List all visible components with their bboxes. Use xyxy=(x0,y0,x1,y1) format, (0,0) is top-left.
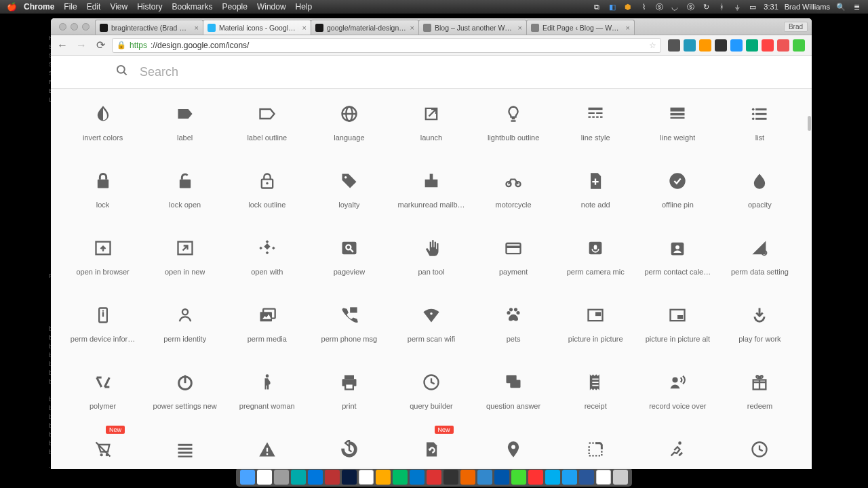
icon-item[interactable]: open in browser xyxy=(62,223,144,290)
screenrec-icon[interactable]: ⧉ xyxy=(592,2,601,12)
icon-item[interactable]: language xyxy=(308,89,390,156)
icon-item[interactable]: invert colors xyxy=(62,89,144,156)
icon-item[interactable]: open with xyxy=(226,223,308,290)
close-tab-icon[interactable]: × xyxy=(518,24,522,32)
icon-item[interactable]: pan tool xyxy=(390,223,472,290)
menu-edit[interactable]: Edit xyxy=(87,2,101,12)
icon-item[interactable]: pageview xyxy=(308,223,390,290)
icon-item[interactable]: pets xyxy=(473,290,555,357)
dock-app2[interactable] xyxy=(308,470,323,485)
extension-icon[interactable] xyxy=(684,39,696,52)
icon-item[interactable]: opacity xyxy=(719,156,801,223)
icon-item[interactable]: restore xyxy=(308,424,390,469)
menu-history[interactable]: History xyxy=(137,2,162,12)
bookmark-star-icon[interactable]: ☆ xyxy=(649,41,656,50)
icon-item[interactable]: picture in picture alt xyxy=(637,290,719,357)
dock-app5[interactable] xyxy=(427,470,441,485)
forward-button[interactable]: → xyxy=(74,38,89,53)
menu-window[interactable]: Window xyxy=(257,2,286,12)
icon-item[interactable]: line weight xyxy=(637,89,719,156)
address-bar[interactable]: 🔒 https://design.google.com/icons/ ☆ xyxy=(112,38,661,53)
timemachine-icon[interactable]: ↻ xyxy=(701,2,711,12)
extension-icon[interactable] xyxy=(746,39,758,52)
icon-item[interactable]: label outline xyxy=(226,89,308,156)
dock-app7[interactable] xyxy=(477,470,492,485)
icon-item[interactable]: room xyxy=(473,424,555,469)
icon-item[interactable]: Newremove shopping … xyxy=(62,424,144,469)
icon-item[interactable]: power settings new xyxy=(144,357,226,424)
skype2-icon[interactable]: ⓢ xyxy=(686,2,695,12)
icon-item[interactable]: redeem xyxy=(719,357,801,424)
dock-app8[interactable] xyxy=(511,470,526,485)
icon-item[interactable]: open in new xyxy=(144,223,226,290)
icon-item[interactable]: perm scan wifi xyxy=(390,290,472,357)
icon-item[interactable]: list xyxy=(719,89,801,156)
icon-item[interactable]: rowing xyxy=(637,424,719,469)
dock-app3[interactable] xyxy=(393,470,408,485)
skype-icon[interactable]: ⓢ xyxy=(654,2,664,12)
menu-help[interactable]: Help xyxy=(296,2,313,12)
browser-tab[interactable]: Edit Page ‹ Blog — WordPr× xyxy=(526,20,635,35)
dock-filezilla[interactable] xyxy=(325,470,340,485)
dock-terminal[interactable] xyxy=(443,470,458,485)
window-controls[interactable] xyxy=(56,23,95,35)
battery-icon[interactable]: ▭ xyxy=(748,2,757,12)
icon-item[interactable]: lightbulb outline xyxy=(473,89,555,156)
extension-icon[interactable] xyxy=(668,39,680,52)
icon-item[interactable]: perm camera mic xyxy=(555,223,637,290)
icon-item[interactable]: schedule xyxy=(719,424,801,469)
close-tab-icon[interactable]: × xyxy=(195,24,199,32)
menubar-app[interactable]: Chrome xyxy=(24,2,54,12)
icon-item[interactable]: perm identity xyxy=(144,290,226,357)
icon-item[interactable]: motorcycle xyxy=(473,156,555,223)
icon-item[interactable]: line style xyxy=(555,89,637,156)
dock-word[interactable] xyxy=(579,470,594,485)
icon-item[interactable]: polymer xyxy=(62,357,144,424)
icon-item[interactable]: Newrestore page xyxy=(390,424,472,469)
icon-item[interactable]: perm media xyxy=(226,290,308,357)
dock-finder[interactable] xyxy=(240,470,255,485)
browser-tab[interactable]: google/material-design-ic…× xyxy=(311,20,419,35)
browser-tab[interactable]: Material icons - Google De× xyxy=(203,20,311,35)
icon-item[interactable]: reorder xyxy=(144,424,226,469)
dock-twitter[interactable] xyxy=(562,470,577,485)
app2-icon[interactable]: ⬢ xyxy=(623,2,633,12)
dock-skype[interactable] xyxy=(545,470,560,485)
icon-item[interactable]: launch xyxy=(390,89,472,156)
user-name[interactable]: Brad Williams xyxy=(785,3,830,11)
dock-firefox[interactable] xyxy=(376,470,391,485)
menu-bookmarks[interactable]: Bookmarks xyxy=(172,2,213,12)
dock-photoshop[interactable] xyxy=(342,470,357,485)
browser-tab[interactable]: Blog – Just another WordP× xyxy=(418,20,527,35)
notifications-icon[interactable]: ≣ xyxy=(852,2,861,12)
spotlight-icon[interactable]: 🔍 xyxy=(836,2,846,12)
macos-dock[interactable] xyxy=(236,468,632,487)
dock-trash[interactable] xyxy=(613,470,628,485)
extension-icon[interactable] xyxy=(777,39,789,52)
icon-item[interactable]: lock open xyxy=(144,156,226,223)
icon-item[interactable]: perm data setting xyxy=(719,223,801,290)
icon-item[interactable]: loyalty xyxy=(308,156,390,223)
icon-item[interactable]: perm phone msg xyxy=(308,290,390,357)
scrollbar-thumb[interactable] xyxy=(808,116,811,131)
extension-icon[interactable] xyxy=(730,39,743,52)
dock-safari[interactable] xyxy=(274,470,289,485)
dock-app4[interactable] xyxy=(410,470,425,485)
menu-view[interactable]: View xyxy=(110,2,127,12)
apple-icon[interactable]: 🍎 xyxy=(7,2,17,12)
clock[interactable]: 3:31 xyxy=(764,3,778,11)
cloud-icon[interactable]: ⌇ xyxy=(639,2,648,12)
bluetooth-icon[interactable]: ᚼ xyxy=(717,2,726,12)
close-tab-icon[interactable]: × xyxy=(410,24,414,32)
dock-app6[interactable] xyxy=(460,470,475,485)
dock-notes[interactable] xyxy=(596,470,611,485)
icon-item[interactable]: rounded corner xyxy=(555,424,637,469)
icon-item[interactable]: label xyxy=(144,89,226,156)
dock-chrome[interactable] xyxy=(359,470,374,485)
icon-item[interactable]: perm contact cale… xyxy=(637,223,719,290)
headset-icon[interactable]: ◡ xyxy=(670,2,679,12)
icon-grid-scroll[interactable]: invert colorslabellabel outlinelanguagel… xyxy=(51,89,812,469)
icon-item[interactable]: question answer xyxy=(473,357,555,424)
dock-calendar[interactable] xyxy=(257,470,272,485)
dock-wordpress[interactable] xyxy=(494,470,509,485)
